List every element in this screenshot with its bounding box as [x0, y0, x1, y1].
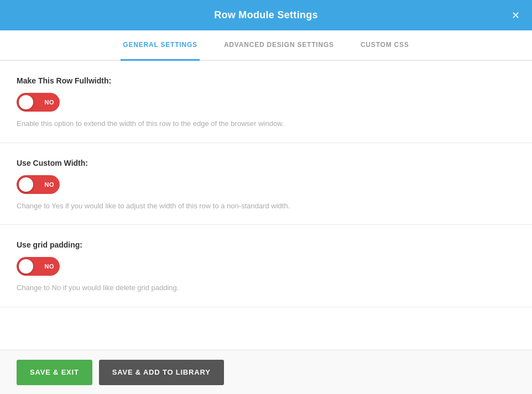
custom-width-toggle-track: NO	[17, 175, 60, 194]
tab-custom-css[interactable]: CUSTOM CSS	[358, 30, 411, 61]
custom-width-toggle[interactable]: NO	[17, 175, 60, 194]
grid-padding-toggle-thumb	[19, 259, 33, 274]
custom-width-description: Change to Yes if you would like to adjus…	[17, 201, 515, 212]
fullwidth-toggle-text: NO	[45, 99, 55, 106]
custom-width-toggle-container: NO	[17, 175, 515, 194]
setting-custom-width: Use Custom Width: NO Change to Yes if yo…	[0, 143, 532, 225]
grid-padding-toggle-text: NO	[45, 263, 55, 270]
grid-padding-label: Use grid padding:	[17, 240, 515, 249]
custom-width-label: Use Custom Width:	[17, 159, 515, 167]
tab-advanced-design-settings[interactable]: ADVANCED DESIGN SETTINGS	[222, 30, 336, 61]
save-library-button[interactable]: SAVE & ADD TO LIBRARY	[99, 360, 224, 385]
fullwidth-toggle-thumb	[19, 95, 33, 109]
modal-title: Row Module Settings	[214, 9, 318, 21]
custom-width-toggle-thumb	[19, 177, 33, 192]
fullwidth-toggle-track: NO	[17, 93, 60, 112]
tabs-bar: GENERAL SETTINGS ADVANCED DESIGN SETTING…	[0, 30, 532, 61]
fullwidth-label: Make This Row Fullwidth:	[17, 76, 515, 85]
modal-body: Make This Row Fullwidth: NO Enable this …	[0, 61, 532, 350]
save-exit-button[interactable]: SAVE & EXIT	[17, 360, 92, 385]
grid-padding-toggle[interactable]: NO	[17, 257, 60, 276]
modal-header: Row Module Settings ✕	[0, 0, 532, 30]
fullwidth-toggle-container: NO	[17, 93, 515, 112]
modal-footer: SAVE & EXIT SAVE & ADD TO LIBRARY	[0, 350, 532, 394]
grid-padding-toggle-container: NO	[17, 257, 515, 276]
fullwidth-description: Enable this option to extend the width o…	[17, 118, 515, 129]
custom-width-toggle-text: NO	[45, 181, 55, 188]
close-button[interactable]: ✕	[509, 8, 522, 23]
tab-general-settings[interactable]: GENERAL SETTINGS	[121, 30, 200, 61]
fullwidth-toggle[interactable]: NO	[17, 93, 60, 112]
grid-padding-toggle-track: NO	[17, 257, 60, 276]
setting-fullwidth: Make This Row Fullwidth: NO Enable this …	[0, 61, 532, 143]
modal-container: Row Module Settings ✕ GENERAL SETTINGS A…	[0, 0, 532, 394]
grid-padding-description: Change to No if you would like delete gr…	[17, 282, 515, 293]
setting-grid-padding: Use grid padding: NO Change to No if you…	[0, 225, 532, 307]
